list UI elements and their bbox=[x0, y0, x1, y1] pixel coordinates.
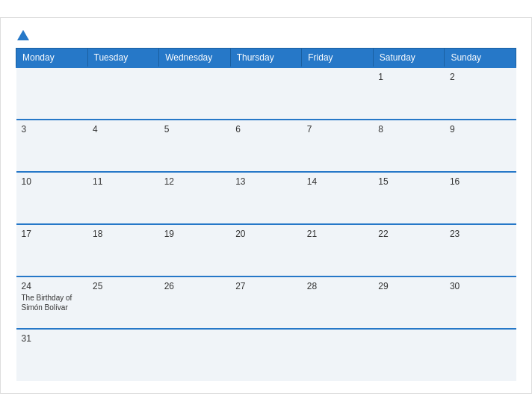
day-number: 21 bbox=[307, 229, 368, 239]
calendar-day-cell: 18 bbox=[87, 224, 159, 276]
calendar-day-cell: 21 bbox=[302, 224, 374, 276]
calendar-week-row: 31 bbox=[16, 329, 516, 381]
day-number: 28 bbox=[307, 281, 368, 291]
weekday-header-sunday: Sunday bbox=[445, 49, 516, 68]
day-number: 17 bbox=[22, 229, 83, 239]
day-number: 24 bbox=[22, 281, 83, 291]
day-number: 22 bbox=[378, 229, 439, 239]
day-number: 30 bbox=[450, 281, 511, 291]
day-number: 26 bbox=[164, 281, 226, 291]
day-number: 6 bbox=[235, 124, 297, 135]
logo bbox=[16, 30, 29, 40]
calendar-day-cell: 2 bbox=[445, 67, 516, 120]
calendar-day-cell: 29 bbox=[373, 276, 445, 329]
calendar-day-cell: 5 bbox=[159, 120, 231, 172]
calendar-container: MondayTuesdayWednesdayThursdayFridaySatu… bbox=[0, 17, 532, 394]
calendar-day-cell bbox=[159, 67, 231, 120]
day-number: 11 bbox=[93, 176, 154, 187]
day-number: 29 bbox=[378, 281, 439, 291]
calendar-day-cell: 12 bbox=[159, 172, 231, 224]
calendar-day-cell: 19 bbox=[159, 224, 231, 276]
calendar-day-cell: 6 bbox=[230, 120, 302, 172]
weekday-header-monday: Monday bbox=[16, 49, 88, 68]
weekday-header-friday: Friday bbox=[302, 49, 374, 68]
calendar-day-cell: 3 bbox=[16, 120, 88, 172]
calendar-day-cell: 31 bbox=[16, 329, 88, 381]
calendar-day-cell bbox=[230, 329, 302, 381]
day-number: 9 bbox=[450, 124, 511, 135]
day-number: 14 bbox=[307, 176, 368, 187]
day-number: 8 bbox=[378, 124, 439, 135]
calendar-day-cell: 24The Birthday of Simón Bolívar bbox=[16, 276, 88, 329]
day-number: 31 bbox=[22, 333, 83, 344]
calendar-day-cell bbox=[16, 67, 88, 120]
day-number: 27 bbox=[235, 281, 297, 291]
calendar-day-cell bbox=[445, 329, 516, 381]
calendar-week-row: 12 bbox=[16, 67, 516, 120]
calendar-day-cell: 15 bbox=[373, 172, 445, 224]
calendar-day-cell: 22 bbox=[373, 224, 445, 276]
calendar-day-cell: 8 bbox=[373, 120, 445, 172]
weekday-header-thursday: Thursday bbox=[230, 49, 302, 68]
calendar-day-cell bbox=[302, 329, 374, 381]
day-number: 25 bbox=[93, 281, 154, 291]
weekday-header-wednesday: Wednesday bbox=[159, 49, 231, 68]
day-number: 13 bbox=[235, 176, 297, 187]
calendar-week-row: 10111213141516 bbox=[16, 172, 516, 224]
calendar-day-cell bbox=[302, 67, 374, 120]
calendar-header bbox=[16, 30, 516, 40]
calendar-day-cell: 27 bbox=[230, 276, 302, 329]
day-number: 10 bbox=[22, 176, 83, 187]
day-number: 5 bbox=[164, 124, 226, 135]
day-number: 3 bbox=[22, 124, 83, 135]
weekday-header-row: MondayTuesdayWednesdayThursdayFridaySatu… bbox=[16, 49, 516, 68]
calendar-day-cell: 26 bbox=[159, 276, 231, 329]
weekday-header-tuesday: Tuesday bbox=[87, 49, 159, 68]
calendar-week-row: 24The Birthday of Simón Bolívar252627282… bbox=[16, 276, 516, 329]
calendar-day-cell: 17 bbox=[16, 224, 88, 276]
calendar-day-cell: 30 bbox=[445, 276, 516, 329]
calendar-day-cell bbox=[230, 67, 302, 120]
day-number: 19 bbox=[164, 229, 226, 239]
calendar-day-cell: 25 bbox=[87, 276, 159, 329]
day-number: 18 bbox=[93, 229, 154, 239]
day-event: The Birthday of Simón Bolívar bbox=[22, 293, 83, 312]
day-number: 23 bbox=[450, 229, 511, 239]
calendar-week-row: 3456789 bbox=[16, 120, 516, 172]
day-number: 4 bbox=[93, 124, 154, 135]
calendar-day-cell bbox=[87, 329, 159, 381]
calendar-day-cell: 11 bbox=[87, 172, 159, 224]
day-number: 7 bbox=[307, 124, 368, 135]
day-number: 16 bbox=[450, 176, 511, 187]
calendar-day-cell: 20 bbox=[230, 224, 302, 276]
calendar-day-cell: 4 bbox=[87, 120, 159, 172]
calendar-day-cell: 9 bbox=[445, 120, 516, 172]
calendar-day-cell bbox=[373, 329, 445, 381]
calendar-day-cell: 14 bbox=[302, 172, 374, 224]
logo-triangle-icon bbox=[17, 30, 29, 40]
calendar-day-cell: 28 bbox=[302, 276, 374, 329]
day-number: 20 bbox=[235, 229, 297, 239]
calendar-week-row: 17181920212223 bbox=[16, 224, 516, 276]
day-number: 12 bbox=[164, 176, 226, 187]
calendar-day-cell: 10 bbox=[16, 172, 88, 224]
calendar-table: MondayTuesdayWednesdayThursdayFridaySatu… bbox=[16, 48, 516, 381]
day-number: 15 bbox=[378, 176, 439, 187]
day-number: 1 bbox=[378, 72, 439, 82]
calendar-day-cell bbox=[87, 67, 159, 120]
calendar-day-cell bbox=[159, 329, 231, 381]
weekday-header-saturday: Saturday bbox=[373, 49, 445, 68]
calendar-day-cell: 13 bbox=[230, 172, 302, 224]
day-number: 2 bbox=[450, 72, 511, 82]
calendar-day-cell: 1 bbox=[373, 67, 445, 120]
calendar-day-cell: 16 bbox=[445, 172, 516, 224]
calendar-day-cell: 7 bbox=[302, 120, 374, 172]
calendar-day-cell: 23 bbox=[445, 224, 516, 276]
